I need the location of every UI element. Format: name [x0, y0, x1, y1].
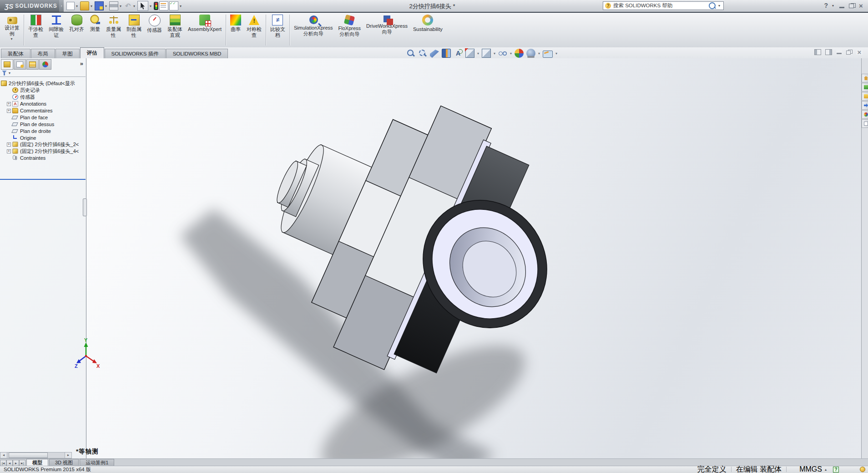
scroll-right-icon[interactable]: ▸	[65, 453, 71, 458]
tree-item-history[interactable]: 历史记录	[0, 87, 86, 94]
tab-evaluate[interactable]: 评估	[80, 47, 104, 58]
expand-icon[interactable]: +	[7, 149, 11, 153]
view-orientation-icon[interactable]	[465, 49, 474, 58]
tab-propertymanager[interactable]	[14, 59, 26, 70]
display-style-icon[interactable]	[482, 49, 491, 58]
hide-show-items-icon[interactable]	[498, 49, 507, 58]
units-dropdown-icon[interactable]: ▴	[825, 468, 827, 472]
ribbon-button-mass-properties[interactable]: 质量属性	[103, 13, 124, 47]
scroll-left-icon[interactable]: ◂	[0, 453, 7, 458]
document-close-button[interactable]: ×	[856, 50, 863, 55]
dropdown-arrow-icon[interactable]: ▾	[150, 4, 151, 8]
tab-solidworks-addins[interactable]: SOLIDWORKS 插件	[105, 49, 166, 58]
search-icon[interactable]	[709, 2, 716, 9]
tree-item-top-plane[interactable]: Plan de dessus	[0, 121, 86, 127]
ribbon-button-compare-documents[interactable]: ≠ 比较文档	[267, 13, 288, 47]
tree-item-front-plane[interactable]: Plan de face	[0, 114, 86, 121]
3d-model[interactable]	[0, 58, 861, 458]
graphics-viewport[interactable]: *等轴测 Y X Z	[0, 58, 861, 458]
tree-item-right-plane[interactable]: Plan de droite	[0, 127, 86, 134]
last-tab-icon[interactable]: ▸|	[19, 460, 25, 466]
dropdown-arrow-icon[interactable]: ▾	[105, 4, 107, 8]
dropdown-arrow-icon[interactable]: ▾	[510, 51, 512, 56]
tab-assembly[interactable]: 装配体	[1, 49, 30, 58]
ribbon-button-symmetry-check[interactable]: 对称检查	[244, 13, 264, 47]
tab-design-library[interactable]	[862, 83, 868, 92]
tab-featuremanager[interactable]	[1, 59, 13, 70]
tree-item-comments[interactable]: + Commentaires	[0, 107, 86, 114]
dropdown-arrow-icon[interactable]: ▾	[718, 4, 720, 8]
open-icon[interactable]	[80, 1, 89, 10]
panel-splitter-grip[interactable]	[83, 198, 87, 216]
tab-view-palette[interactable]	[862, 101, 868, 110]
zoom-to-fit-icon[interactable]	[406, 49, 415, 58]
print-icon[interactable]	[109, 1, 118, 10]
next-tab-icon[interactable]: ▸	[13, 460, 19, 466]
dropdown-arrow-icon[interactable]: ▾	[494, 51, 495, 56]
dropdown-arrow-icon[interactable]: ▾	[91, 4, 92, 8]
ribbon-button-sensor[interactable]: 传感器	[144, 13, 165, 47]
tab-file-explorer[interactable]	[862, 92, 868, 101]
ribbon-button-assembly-visualization[interactable]: 装配体直观	[165, 13, 185, 47]
help-icon[interactable]: ?	[824, 2, 828, 9]
dropdown-arrow-icon[interactable]: ▾	[9, 71, 10, 75]
tab-appearances-scenes[interactable]	[862, 110, 868, 119]
edit-appearance-icon[interactable]	[515, 49, 524, 58]
rebuild-icon[interactable]	[154, 2, 158, 10]
dropdown-arrow-icon[interactable]: ▾	[180, 4, 182, 8]
previous-view-icon[interactable]	[430, 49, 439, 58]
tree-item-annotations[interactable]: + A Annotations	[0, 101, 86, 107]
tree-item-mates[interactable]: Contraintes	[0, 155, 86, 162]
dropdown-arrow-icon[interactable]: ▾	[133, 4, 135, 8]
undo-icon[interactable]: ↶	[124, 2, 132, 10]
tree-filter-bar[interactable]: ▾	[0, 69, 86, 77]
ribbon-button-sustainability[interactable]: Sustainability	[410, 13, 445, 47]
ribbon-button-section-properties[interactable]: 剖面属性	[124, 13, 144, 47]
tree-item-assembly-root[interactable]: 2分快拧插6接头 (Défaut<显示	[0, 80, 86, 87]
search-input[interactable]: 搜索 SOLIDWORKS 帮助	[613, 2, 707, 9]
ribbon-button-clearance-verify[interactable]: 间隙验证	[46, 13, 66, 47]
ribbon-button-curvature[interactable]: 曲率	[227, 13, 244, 47]
split-pane-right-icon[interactable]	[825, 49, 832, 55]
tree-item-component-2[interactable]: + (固定) 2分快拧插6接头_2<	[0, 141, 86, 148]
dropdown-arrow-icon[interactable]: ▾	[10, 37, 12, 41]
tree-item-origin[interactable]: Origine	[0, 134, 86, 141]
tab-solidworks-resources[interactable]	[862, 74, 868, 82]
ribbon-button-interference-check[interactable]: 干涉检查	[25, 13, 46, 47]
tab-layout[interactable]: 布局	[31, 49, 55, 58]
panel-horizontal-scrollbar[interactable]: ◂ ▸	[0, 452, 72, 458]
search-box[interactable]: ? 搜索 SOLIDWORKS 帮助 ▾	[603, 1, 724, 10]
units-selector[interactable]: MMGS	[799, 465, 822, 473]
tab-custom-properties[interactable]	[862, 119, 868, 128]
dropdown-arrow-icon[interactable]: ▾	[555, 51, 557, 56]
apply-scene-icon[interactable]	[526, 49, 535, 58]
first-tab-icon[interactable]: |◂	[0, 460, 6, 466]
minimize-button[interactable]	[839, 3, 845, 8]
dropdown-arrow-icon[interactable]: ▾	[832, 4, 834, 8]
tab-3d-views[interactable]: 3D 视图	[49, 459, 79, 466]
expand-icon[interactable]: +	[7, 109, 11, 113]
ribbon-button-driveworksxpress[interactable]: DriveWorksXpress向导	[363, 13, 410, 47]
tab-sketch[interactable]: 草图	[56, 49, 80, 58]
prev-tab-icon[interactable]: ◂	[6, 460, 13, 466]
dropdown-arrow-icon[interactable]: ▾	[538, 51, 540, 56]
restore-button[interactable]	[849, 3, 855, 8]
tab-configurationmanager[interactable]	[26, 59, 39, 70]
dropdown-arrow-icon[interactable]: ▾	[120, 4, 121, 8]
tab-displaymanager[interactable]	[39, 59, 51, 70]
document-minimize-button[interactable]	[836, 50, 842, 55]
tab-solidworks-mbd[interactable]: SOLIDWORKS MBD	[166, 49, 228, 58]
ribbon-button-measure[interactable]: 测量	[87, 13, 103, 47]
tree-item-sensors[interactable]: 传感器	[0, 94, 86, 101]
file-properties-icon[interactable]	[159, 1, 168, 10]
dropdown-arrow-icon[interactable]: ▾	[477, 51, 479, 56]
3d-drawing-view-icon[interactable]: A	[454, 49, 463, 58]
options-icon[interactable]: ✓✓	[169, 1, 178, 10]
ribbon-button-assembly-xpert[interactable]: AssemblyXpert	[185, 13, 224, 47]
ribbon-button-floxpress[interactable]: FloXpress分析向导	[336, 13, 364, 47]
section-view-icon[interactable]	[442, 49, 451, 58]
expand-icon[interactable]: +	[7, 142, 11, 147]
document-restore-button[interactable]	[846, 50, 852, 55]
new-document-icon[interactable]	[66, 2, 75, 10]
ribbon-button-design-study[interactable]: 设计算 例 ▾	[2, 13, 22, 47]
